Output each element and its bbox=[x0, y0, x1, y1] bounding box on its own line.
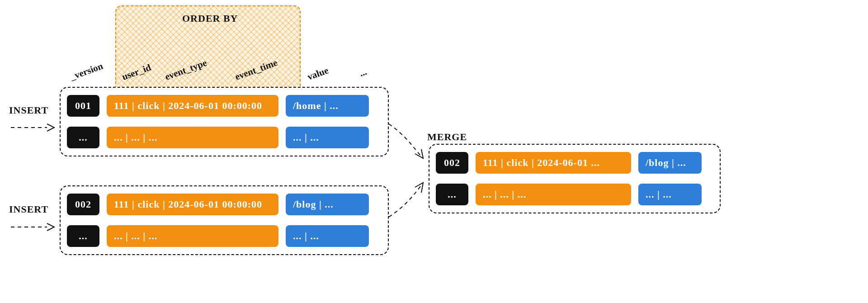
version-cell: 002 bbox=[436, 152, 468, 174]
col-rest: ... bbox=[358, 66, 368, 79]
key-cell: ... | ... | ... bbox=[476, 184, 631, 205]
table-row: 002 111 | click | 2024-06-01 00:00:00 /b… bbox=[67, 192, 382, 217]
version-cell: ... bbox=[67, 225, 99, 247]
insert-arrow-2-icon bbox=[11, 222, 56, 232]
table-row: 001 111 | click | 2024-06-01 00:00:00 /h… bbox=[67, 93, 382, 118]
merge-arrow-bottom-icon bbox=[389, 183, 429, 223]
key-cell: ... | ... | ... bbox=[107, 127, 278, 148]
table-row: ... ... | ... | ... ... | ... bbox=[436, 182, 713, 207]
merge-part: 002 111 | click | 2024-06-01 ... /blog |… bbox=[429, 144, 721, 213]
table-row: ... ... | ... | ... ... | ... bbox=[67, 223, 382, 249]
value-cell: ... | ... bbox=[286, 225, 369, 247]
version-cell: 001 bbox=[67, 95, 99, 117]
key-cell: 111 | click | 2024-06-01 00:00:00 bbox=[107, 194, 278, 215]
version-cell: 002 bbox=[67, 194, 99, 215]
col-version: _version bbox=[68, 61, 104, 83]
table-row: ... ... | ... | ... ... | ... bbox=[67, 125, 382, 150]
value-cell: ... | ... bbox=[286, 127, 369, 148]
order-by-label: ORDER BY bbox=[182, 13, 238, 24]
col-value: value bbox=[306, 65, 330, 83]
value-cell: /blog | ... bbox=[286, 194, 369, 215]
insert-label-2: INSERT bbox=[9, 204, 48, 215]
table-row: 002 111 | click | 2024-06-01 ... /blog |… bbox=[436, 150, 713, 175]
version-cell: ... bbox=[67, 127, 99, 148]
insert-part-2: 002 111 | click | 2024-06-01 00:00:00 /b… bbox=[60, 185, 389, 255]
key-cell: 111 | click | 2024-06-01 ... bbox=[476, 152, 631, 174]
value-cell: ... | ... bbox=[638, 184, 702, 205]
merge-arrow-top-icon bbox=[389, 124, 429, 165]
version-cell: ... bbox=[436, 184, 468, 205]
insert-arrow-1-icon bbox=[11, 122, 56, 133]
key-cell: ... | ... | ... bbox=[107, 225, 278, 247]
insert-label-1: INSERT bbox=[9, 104, 48, 116]
merge-label: MERGE bbox=[427, 131, 467, 143]
value-cell: /home | ... bbox=[286, 95, 369, 117]
value-cell: /blog | ... bbox=[638, 152, 702, 174]
key-cell: 111 | click | 2024-06-01 00:00:00 bbox=[107, 95, 278, 117]
insert-part-1: 001 111 | click | 2024-06-01 00:00:00 /h… bbox=[60, 87, 389, 156]
